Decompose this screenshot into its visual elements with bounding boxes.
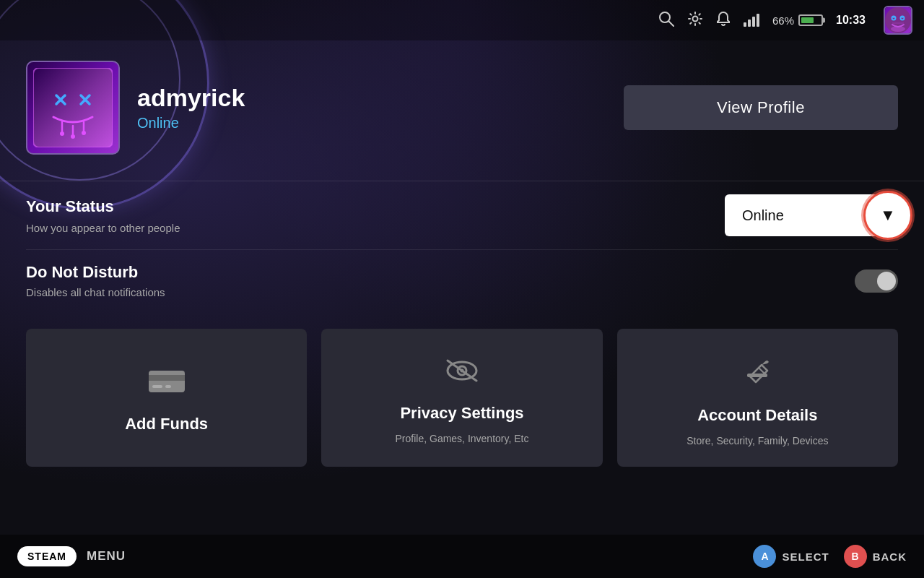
- topbar-icons: 66% 10:33: [658, 6, 912, 35]
- view-profile-button[interactable]: View Profile: [624, 85, 898, 130]
- your-status-label: Your Status: [26, 197, 180, 216]
- svg-point-18: [71, 134, 75, 139]
- avatar-topbar-image: [885, 7, 911, 33]
- account-details-card[interactable]: Account Details Store, Security, Family,…: [617, 329, 898, 467]
- status-left: Your Status How you appear to other peop…: [26, 197, 180, 234]
- b-button[interactable]: B: [844, 545, 867, 568]
- status-dropdown-button[interactable]: ▼: [863, 191, 912, 240]
- add-funds-icon: [149, 368, 185, 402]
- status-sublabel: How you appear to other people: [26, 222, 180, 234]
- privacy-settings-title: Privacy Settings: [400, 404, 523, 423]
- settings-icon[interactable]: [687, 11, 703, 30]
- privacy-settings-card[interactable]: Privacy Settings Profile, Games, Invento…: [321, 329, 602, 467]
- account-details-title: Account Details: [697, 406, 817, 425]
- back-action: B BACK: [844, 545, 907, 568]
- status-section: Your Status How you appear to other peop…: [26, 181, 898, 249]
- dnd-toggle[interactable]: [855, 269, 898, 293]
- topbar: 66% 10:33: [0, 0, 924, 40]
- cards-section: Add Funds Privacy Settings Profile, Game…: [26, 329, 898, 467]
- privacy-settings-subtitle: Profile, Games, Inventory, Etc: [396, 433, 529, 444]
- add-funds-title: Add Funds: [125, 415, 208, 434]
- svg-line-31: [759, 368, 764, 374]
- steam-button[interactable]: STEAM: [17, 546, 77, 566]
- search-icon[interactable]: [658, 11, 674, 30]
- svg-point-20: [82, 131, 86, 135]
- bottom-right: A SELECT B BACK: [753, 545, 907, 568]
- svg-rect-24: [152, 385, 162, 388]
- signal-icon: [744, 14, 759, 27]
- dnd-section: Do Not Disturb Disables all chat notific…: [26, 249, 898, 311]
- battery-section: 66%: [772, 14, 823, 27]
- add-funds-card[interactable]: Add Funds: [26, 329, 307, 467]
- profile-status-text: Online: [137, 115, 624, 131]
- profile-avatar: [26, 61, 120, 155]
- toggle-knob: [877, 272, 896, 290]
- svg-rect-23: [149, 375, 185, 381]
- select-action: A SELECT: [753, 545, 829, 568]
- notification-icon[interactable]: [716, 11, 731, 30]
- menu-label: MENU: [87, 549, 126, 564]
- battery-percent-text: 66%: [772, 14, 794, 27]
- bottom-left: STEAM MENU: [17, 546, 126, 566]
- avatar-topbar[interactable]: [884, 6, 912, 35]
- select-label: SELECT: [782, 551, 829, 563]
- profile-username: admyrick: [137, 84, 624, 112]
- dnd-sublabel: Disables all chat notifications: [26, 286, 165, 298]
- svg-rect-22: [149, 371, 185, 392]
- account-details-subtitle: Store, Security, Family, Devices: [687, 435, 828, 447]
- battery-fill: [801, 17, 814, 23]
- time-display: 10:33: [836, 14, 871, 27]
- main-content: admyrick Online View Profile Your Status…: [0, 40, 924, 467]
- privacy-settings-icon: [443, 357, 481, 391]
- svg-point-9: [891, 26, 905, 32]
- bottombar: STEAM MENU A SELECT B BACK: [0, 535, 924, 578]
- svg-rect-25: [165, 385, 171, 388]
- profile-info: admyrick Online: [137, 84, 624, 131]
- battery-bar: [798, 14, 823, 26]
- profile-section: admyrick Online View Profile: [26, 61, 898, 155]
- account-details-icon: [741, 355, 773, 393]
- back-label: BACK: [873, 551, 907, 563]
- dnd-left: Do Not Disturb Disables all chat notific…: [26, 263, 165, 298]
- dnd-label: Do Not Disturb: [26, 263, 165, 282]
- svg-point-16: [60, 131, 64, 136]
- svg-line-1: [668, 21, 674, 26]
- svg-point-2: [692, 16, 697, 21]
- a-button[interactable]: A: [753, 545, 776, 568]
- status-dropdown[interactable]: Online ▼: [725, 194, 898, 236]
